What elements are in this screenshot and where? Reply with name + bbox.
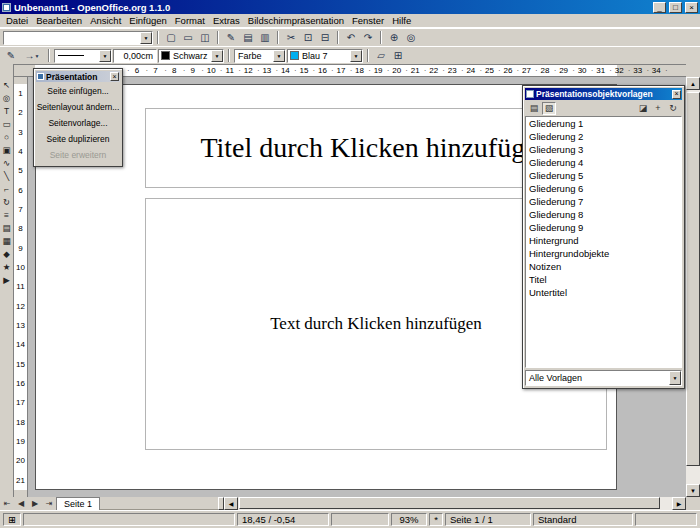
style-item-gliederung-4[interactable]: Gliederung 4: [526, 156, 681, 169]
dropdown-icon[interactable]: ▼: [350, 50, 362, 62]
pres-button-seite-duplizieren[interactable]: Seite duplizieren: [35, 131, 121, 147]
connector-tool-icon[interactable]: ⌐: [0, 182, 13, 195]
style-filter-combo[interactable]: Alle Vorlagen ▼: [525, 370, 682, 386]
status-zoom[interactable]: 93%: [391, 513, 427, 526]
horizontal-scroll-thumb[interactable]: [239, 497, 660, 509]
print-icon[interactable]: ▥: [257, 30, 273, 45]
tab-seite-1[interactable]: Seite 1: [56, 497, 100, 510]
shadow-icon[interactable]: ▱: [373, 48, 389, 63]
menu-item-bearbeiten[interactable]: Bearbeiten: [32, 15, 86, 26]
style-item-gliederung-9[interactable]: Gliederung 9: [526, 221, 681, 234]
menu-item-hilfe[interactable]: Hilfe: [388, 15, 415, 26]
dropdown-icon[interactable]: ▼: [140, 32, 152, 44]
url-combo[interactable]: ▼: [3, 31, 153, 45]
open-document-icon[interactable]: ▭: [180, 30, 196, 45]
pres-button-seitenlayout-ndern[interactable]: Seitenlayout ändern...: [35, 99, 121, 115]
interaction-icon[interactable]: ◆: [0, 247, 13, 260]
menu-item-fenster[interactable]: Fenster: [348, 15, 388, 26]
vertical-scroll-track[interactable]: [686, 90, 700, 484]
curve-tool-icon[interactable]: ∿: [0, 156, 13, 169]
style-item-gliederung-5[interactable]: Gliederung 5: [526, 169, 681, 182]
vertical-scroll-thumb[interactable]: [686, 92, 700, 466]
edit-pen-icon[interactable]: ✎: [3, 48, 19, 63]
maximize-button[interactable]: □: [669, 2, 682, 13]
select-arrow-icon[interactable]: ↖: [0, 78, 13, 91]
style-item-hintergrundobjekte[interactable]: Hintergrundobjekte: [526, 247, 681, 260]
new-document-icon[interactable]: ▢: [163, 30, 179, 45]
menu-item-einf-gen[interactable]: Einfügen: [125, 15, 171, 26]
dropdown-icon[interactable]: ▼: [273, 50, 285, 62]
menu-item-datei[interactable]: Datei: [2, 15, 32, 26]
presentation-toolbar-titlebar[interactable]: Präsentation ×: [36, 71, 120, 82]
dropdown-icon[interactable]: ▼: [99, 50, 111, 62]
horizontal-scroll-track[interactable]: [238, 497, 672, 510]
line-color-combo[interactable]: Schwarz ▼: [158, 49, 224, 63]
style-item-gliederung-2[interactable]: Gliederung 2: [526, 130, 681, 143]
rotate-tool-icon[interactable]: ↻: [0, 195, 13, 208]
presentation-styles-icon[interactable]: ▧: [542, 102, 556, 115]
export-pdf-icon[interactable]: ▤: [240, 30, 256, 45]
alignment-icon[interactable]: ≡: [0, 208, 13, 221]
horizontal-scrollbar[interactable]: ◀ ▶: [224, 497, 686, 510]
zoom-tool-icon[interactable]: ◎: [0, 91, 13, 104]
line-width-field[interactable]: [113, 49, 157, 63]
text-tool-icon[interactable]: T: [0, 104, 13, 117]
undo-icon[interactable]: ↶: [343, 30, 359, 45]
arrow-style-icon[interactable]: → ▼: [20, 48, 44, 63]
redo-icon[interactable]: ↷: [360, 30, 376, 45]
scroll-down-icon[interactable]: ▼: [686, 484, 700, 497]
last-page-icon[interactable]: ⇥: [42, 497, 56, 510]
ellipse-tool-icon[interactable]: ○: [0, 130, 13, 143]
vertical-ruler[interactable]: 123456789101112131415161718192021: [14, 77, 28, 497]
fill-type-combo[interactable]: Farbe ▼: [234, 49, 286, 63]
menu-item-ansicht[interactable]: Ansicht: [86, 15, 125, 26]
style-item-gliederung-6[interactable]: Gliederung 6: [526, 182, 681, 195]
menu-item-bildschirmpr-sentation[interactable]: Bildschirmpräsentation: [244, 15, 348, 26]
style-item-titel[interactable]: Titel: [526, 273, 681, 286]
stylist-titlebar[interactable]: Präsentationsobjektvorlagen ×: [525, 88, 682, 100]
line-tool-icon[interactable]: ╲: [0, 169, 13, 182]
menu-item-extras[interactable]: Extras: [209, 15, 244, 26]
cut-icon[interactable]: ✂: [283, 30, 299, 45]
copy-icon[interactable]: ⊡: [300, 30, 316, 45]
menu-item-format[interactable]: Format: [171, 15, 209, 26]
scroll-right-icon[interactable]: ▶: [672, 497, 686, 510]
style-item-gliederung-8[interactable]: Gliederung 8: [526, 208, 681, 221]
close-button[interactable]: ×: [685, 2, 698, 13]
scroll-left-icon[interactable]: ◀: [224, 497, 238, 510]
first-page-icon[interactable]: ⇤: [0, 497, 14, 510]
pres-button-seite-einf-gen[interactable]: Seite einfügen...: [35, 83, 121, 99]
style-item-gliederung-7[interactable]: Gliederung 7: [526, 195, 681, 208]
rectangle-tool-icon[interactable]: ▭: [0, 117, 13, 130]
snap-grid-icon[interactable]: ⊞: [390, 48, 406, 63]
insert-icon[interactable]: ▦: [0, 234, 13, 247]
close-icon[interactable]: ×: [110, 72, 119, 81]
style-item-gliederung-3[interactable]: Gliederung 3: [526, 143, 681, 156]
minimize-button[interactable]: _: [653, 2, 666, 13]
arrange-icon[interactable]: ▤: [0, 221, 13, 234]
pres-button-seitenvorlage[interactable]: Seitenvorlage...: [35, 115, 121, 131]
style-item-notizen[interactable]: Notizen: [526, 260, 681, 273]
style-item-gliederung-1[interactable]: Gliederung 1: [526, 117, 681, 130]
line-style-combo[interactable]: ▼: [54, 49, 112, 63]
presentation-start-icon[interactable]: ▶: [0, 273, 13, 286]
object-3d-icon[interactable]: ▣: [0, 143, 13, 156]
next-page-icon[interactable]: ▶: [28, 497, 42, 510]
scroll-up-icon[interactable]: ▲: [686, 77, 700, 90]
fill-color-combo[interactable]: Blau 7 ▼: [287, 49, 363, 63]
close-icon[interactable]: ×: [672, 90, 681, 99]
zoom-icon[interactable]: ◎: [403, 30, 419, 45]
style-item-hintergrund[interactable]: Hintergrund: [526, 234, 681, 247]
style-item-untertitel[interactable]: Untertitel: [526, 286, 681, 299]
edit-file-icon[interactable]: ✎: [223, 30, 239, 45]
previous-page-icon[interactable]: ◀: [14, 497, 28, 510]
dropdown-icon[interactable]: ▼: [669, 371, 681, 385]
dropdown-icon[interactable]: ▼: [211, 50, 223, 62]
new-style-icon[interactable]: +: [651, 102, 665, 115]
paste-icon[interactable]: ⊟: [317, 30, 333, 45]
navigator-icon[interactable]: ⊕: [386, 30, 402, 45]
update-style-icon[interactable]: ↻: [666, 102, 680, 115]
graphic-styles-icon[interactable]: ▤: [527, 102, 541, 115]
fill-format-mode-icon[interactable]: ◪: [636, 102, 650, 115]
vertical-scrollbar[interactable]: ▲ ▼: [686, 77, 700, 497]
